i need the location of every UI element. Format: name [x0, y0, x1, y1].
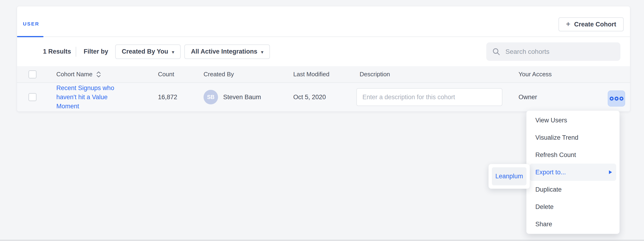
- column-header-created-by: Created By: [204, 66, 234, 82]
- column-header-description: Description: [360, 66, 390, 82]
- ellipsis-icon: [620, 97, 624, 101]
- menu-item-view-users[interactable]: View Users: [526, 112, 620, 129]
- submenu-item-leanplum[interactable]: Leanplum: [492, 167, 526, 185]
- column-header-your-access: Your Access: [518, 66, 552, 82]
- access-level: Owner: [518, 83, 537, 111]
- filter-by-label: Filter by: [84, 48, 108, 55]
- create-cohort-button[interactable]: + Create Cohort: [558, 17, 624, 31]
- integrations-dropdown[interactable]: All Active Integrations ▾: [184, 45, 270, 59]
- table-header: Cohort Name Count Created By Last Modifi…: [17, 66, 630, 83]
- chevron-down-icon: ▾: [172, 49, 174, 55]
- search-box: [486, 42, 620, 61]
- menu-item-delete[interactable]: Delete: [526, 198, 620, 215]
- column-header-cohort-name[interactable]: Cohort Name: [56, 66, 102, 82]
- menu-item-refresh-count[interactable]: Refresh Count: [526, 146, 620, 164]
- chevron-down-icon: ▾: [261, 49, 263, 55]
- cohorts-panel: USER + Create Cohort 1 Results Filter by…: [17, 6, 630, 112]
- menu-item-visualize-trend[interactable]: Visualize Trend: [526, 129, 620, 146]
- row-actions-menu: View Users Visualize Trend Refresh Count…: [526, 110, 620, 234]
- divider: [76, 47, 76, 57]
- cohort-count: 16,872: [158, 83, 177, 111]
- results-count: 1 Results: [43, 48, 71, 55]
- ellipsis-icon: [614, 97, 618, 101]
- tab-user[interactable]: USER: [23, 21, 39, 27]
- submenu-arrow-icon: [609, 170, 612, 174]
- select-all-checkbox[interactable]: [28, 70, 36, 78]
- plus-icon: +: [566, 20, 570, 28]
- table-row: Recent Signups who haven't hit a Value M…: [17, 83, 630, 111]
- search-icon: [492, 48, 500, 56]
- last-modified-date: Oct 5, 2020: [293, 83, 326, 111]
- column-header-count: Count: [158, 66, 174, 82]
- export-submenu: Leanplum: [488, 164, 530, 189]
- row-checkbox[interactable]: [28, 93, 36, 101]
- more-actions-button[interactable]: [608, 91, 625, 106]
- column-header-last-modified: Last Modified: [293, 66, 330, 82]
- description-input[interactable]: [356, 88, 502, 106]
- menu-item-duplicate[interactable]: Duplicate: [526, 181, 620, 198]
- menu-item-export-to[interactable]: Export to...: [530, 164, 616, 181]
- created-by-dropdown[interactable]: Created By You ▾: [115, 45, 181, 59]
- export-to-label: Export to...: [535, 169, 566, 176]
- created-by-dropdown-label: Created By You: [122, 48, 168, 55]
- sort-icon[interactable]: [96, 71, 102, 78]
- cohort-name-link[interactable]: Recent Signups who haven't hit a Value M…: [56, 84, 120, 111]
- filter-bar: 1 Results Filter by Created By You ▾ All…: [17, 37, 630, 66]
- menu-item-share[interactable]: Share: [526, 215, 620, 233]
- cohort-name-header-label: Cohort Name: [56, 71, 92, 78]
- created-by-name: Steven Baum: [223, 94, 261, 101]
- integrations-dropdown-label: All Active Integrations: [191, 48, 257, 55]
- create-cohort-label: Create Cohort: [574, 21, 616, 28]
- ellipsis-icon: [610, 97, 614, 101]
- search-input[interactable]: [506, 48, 614, 56]
- tab-bar: USER + Create Cohort: [17, 6, 630, 37]
- avatar: SB: [204, 90, 218, 104]
